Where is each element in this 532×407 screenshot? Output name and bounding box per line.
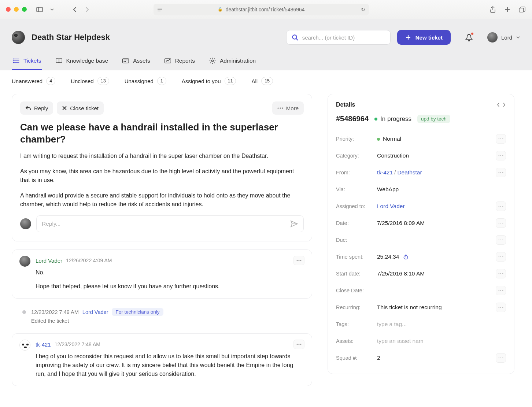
field-label: Date: xyxy=(336,220,377,226)
field-menu-button[interactable]: ⋯ xyxy=(496,303,506,312)
filter-unanswered[interactable]: Unanswered 4 xyxy=(12,77,55,85)
tab-administration[interactable]: Administration xyxy=(208,53,256,70)
details-panel: Details #5486964 In progress upd by tech… xyxy=(328,94,514,374)
maximize-window-icon[interactable] xyxy=(22,7,27,12)
field-menu-button[interactable]: ⋯ xyxy=(496,235,506,245)
filter-assigned-to-you[interactable]: Assigned to you 11 xyxy=(182,77,236,85)
next-ticket-button[interactable] xyxy=(502,102,506,107)
filter-label: Unanswered xyxy=(12,78,43,84)
svg-rect-18 xyxy=(123,59,129,63)
svg-point-20 xyxy=(125,62,126,62)
refresh-icon[interactable]: ↻ xyxy=(361,7,365,12)
svg-point-26 xyxy=(277,107,278,108)
field-label: Assigned to: xyxy=(336,203,377,209)
assets-input[interactable] xyxy=(377,338,506,344)
gear-icon xyxy=(209,57,216,64)
lock-icon: 🔒 xyxy=(218,7,223,12)
field-menu-button[interactable]: ⋯ xyxy=(496,168,506,177)
filter-unassigned[interactable]: Unassigned 1 xyxy=(125,77,166,85)
tags-input[interactable] xyxy=(377,321,506,328)
field-label: Assets: xyxy=(336,338,377,344)
svg-point-34 xyxy=(299,344,300,345)
svg-point-16 xyxy=(13,60,14,62)
button-label: Close ticket xyxy=(70,105,99,111)
ticket-body: I am writing to request the installation… xyxy=(20,152,304,209)
field-menu-button[interactable]: ⋯ xyxy=(496,134,506,144)
address-bar[interactable]: 🔒 deathstar.jitbit.com/Ticket/5486964 ↻ xyxy=(154,4,369,15)
search-field[interactable] xyxy=(302,34,385,41)
timer-icon[interactable] xyxy=(403,254,409,260)
field-label: Tags: xyxy=(336,321,377,327)
field-label: Via: xyxy=(336,186,377,192)
details-heading: Details xyxy=(336,101,355,108)
svg-rect-0 xyxy=(37,7,43,12)
field-menu-button[interactable]: ⋯ xyxy=(496,218,506,228)
field-value: 25:24:34 xyxy=(377,254,399,260)
reply-field[interactable] xyxy=(42,221,290,227)
close-window-icon[interactable] xyxy=(6,7,11,12)
tab-label: Reports xyxy=(175,58,195,64)
comment-timestamp: 12/23/2022 7:48 AM xyxy=(55,341,100,347)
tab-label: Assets xyxy=(133,58,150,64)
ticket-paragraph: I am writing to request the installation… xyxy=(20,152,304,160)
tabs-icon[interactable] xyxy=(518,5,526,14)
sidebar-toggle-icon[interactable] xyxy=(36,5,44,14)
comment-more-button[interactable] xyxy=(293,340,304,349)
field-close-date: Close Date: ⋯ xyxy=(336,282,506,299)
field-recurring: Recurring: This ticket is not recurring … xyxy=(336,299,506,316)
field-menu-button[interactable]: ⋯ xyxy=(496,286,506,295)
field-menu-button[interactable]: ⋯ xyxy=(496,151,506,160)
filter-all[interactable]: All 15 xyxy=(251,77,273,85)
notifications-button[interactable] xyxy=(465,33,473,42)
svg-point-19 xyxy=(124,62,125,62)
field-menu-button[interactable]: ⋯ xyxy=(496,252,506,262)
svg-point-17 xyxy=(13,62,14,63)
field-menu-button[interactable]: ⋯ xyxy=(496,269,506,278)
more-button[interactable]: More xyxy=(272,101,304,115)
reply-input[interactable] xyxy=(36,215,304,232)
log-author[interactable]: Lord Vader xyxy=(82,309,108,315)
back-button[interactable] xyxy=(71,5,79,14)
url-text: deathstar.jitbit.com/Ticket/5486964 xyxy=(226,7,305,12)
field-label: From: xyxy=(336,170,377,175)
ticket-id: #5486964 xyxy=(336,115,369,123)
send-icon[interactable] xyxy=(290,220,298,227)
reader-icon[interactable] xyxy=(157,7,162,12)
ticket-paragraph: A handrail would provide a secure and st… xyxy=(20,191,304,209)
avatar xyxy=(20,218,31,229)
close-ticket-button[interactable]: Close ticket xyxy=(57,101,104,115)
from-org-link[interactable]: Deathstar xyxy=(397,169,422,175)
filter-unclosed[interactable]: Unclosed 13 xyxy=(71,77,109,85)
comment-text: No. xyxy=(36,268,304,277)
book-icon xyxy=(55,57,63,64)
app-logo xyxy=(12,31,25,44)
svg-line-9 xyxy=(296,38,298,40)
field-start-date: Start date: 7/25/2016 8:10 AM ⋯ xyxy=(336,265,506,282)
new-ticket-button[interactable]: New ticket xyxy=(397,30,451,45)
comment-more-button[interactable] xyxy=(293,256,304,265)
new-tab-icon[interactable] xyxy=(503,5,511,14)
field-value: Construction xyxy=(377,152,496,159)
log-timestamp: 12/23/2022 7:49 AM xyxy=(31,309,79,315)
field-menu-button[interactable]: ⋯ xyxy=(496,353,506,363)
minimize-window-icon[interactable] xyxy=(14,7,19,12)
tab-reports[interactable]: Reports xyxy=(163,53,196,70)
assigned-to-link[interactable]: Lord Vader xyxy=(377,203,496,210)
reply-button[interactable]: Reply xyxy=(20,101,53,115)
tab-knowledge-base[interactable]: Knowledge base xyxy=(55,53,109,70)
field-label: Start date: xyxy=(336,271,377,277)
field-time-spent: Time spent: 25:24:34 ⋯ xyxy=(336,248,506,265)
field-menu-button[interactable]: ⋯ xyxy=(496,201,506,211)
comment-author[interactable]: Lord Vader xyxy=(36,258,62,264)
search-input[interactable] xyxy=(286,30,391,45)
comment-author[interactable]: tk-421 xyxy=(36,341,51,348)
field-label: Category: xyxy=(336,153,377,159)
tab-assets[interactable]: Assets xyxy=(121,53,151,70)
chevron-down-icon[interactable] xyxy=(48,5,56,14)
tab-tickets[interactable]: Tickets xyxy=(12,53,42,70)
share-icon[interactable] xyxy=(489,5,497,14)
user-menu-button[interactable]: Lord xyxy=(487,32,520,42)
filter-bar: Unanswered 4 Unclosed 13 Unassigned 1 As… xyxy=(0,70,532,92)
from-user-link[interactable]: tk-421 xyxy=(377,169,393,175)
prev-ticket-button[interactable] xyxy=(496,102,500,107)
